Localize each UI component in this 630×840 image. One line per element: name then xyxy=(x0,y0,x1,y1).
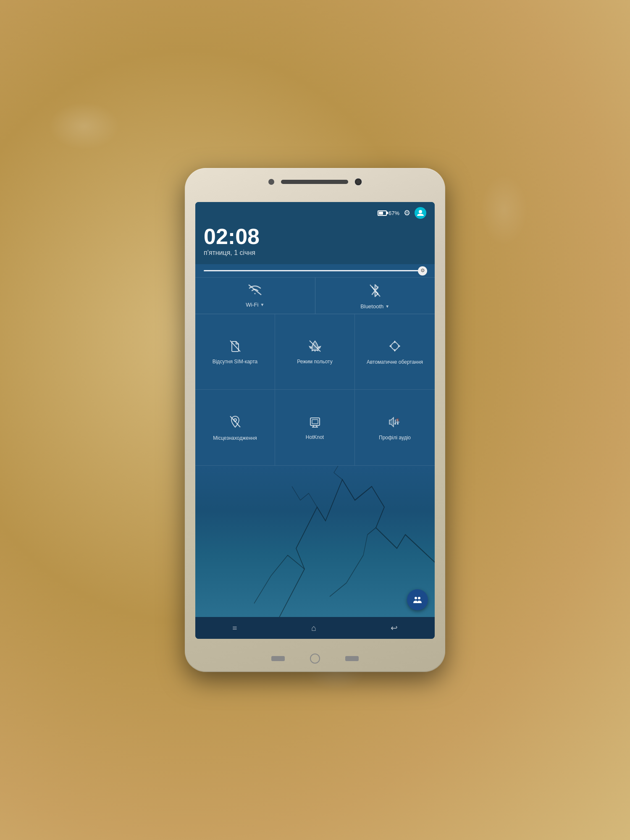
location-off-icon xyxy=(229,415,241,432)
clock-time: 02:08 xyxy=(204,226,426,247)
airplane-tile-label: Режим польоту xyxy=(297,359,333,365)
bluetooth-label: Bluetooth ▼ xyxy=(360,303,389,310)
phone-screen: 67% ⚙ 02:08 п'ятниця, 1 січня ⚙ xyxy=(195,202,435,639)
clock-area: 02:08 п'ятниця, 1 січня xyxy=(195,222,435,264)
wifi-toggle[interactable]: Wi-Fi ▼ xyxy=(195,278,315,314)
audio-tile-label: Профілі аудіо xyxy=(379,435,411,441)
hotknot-tile[interactable]: HotKnot xyxy=(275,390,355,465)
hotknot-icon xyxy=(309,416,321,431)
home-area xyxy=(195,466,435,617)
bluetooth-off-icon xyxy=(369,284,381,301)
bluetooth-toggle[interactable]: Bluetooth ▼ xyxy=(315,278,435,314)
wifi-label: Wi-Fi ▼ xyxy=(246,302,264,308)
rotate-tile-label: Автоматичне обертання xyxy=(367,359,423,366)
battery-fill xyxy=(379,212,383,215)
user-avatar[interactable] xyxy=(415,207,426,219)
phone-device: 67% ⚙ 02:08 п'ятниця, 1 січня ⚙ xyxy=(185,168,445,672)
status-bar: 67% ⚙ xyxy=(195,202,435,222)
crack-overlay xyxy=(195,466,435,617)
hotknot-tile-label: HotKnot xyxy=(306,434,324,441)
hw-button-right xyxy=(345,656,359,661)
sim-card-off-icon xyxy=(229,340,241,355)
auto-rotate-icon xyxy=(388,339,402,356)
clock-date: п'ятниця, 1 січня xyxy=(204,249,426,257)
svg-point-0 xyxy=(419,210,422,213)
battery-indicator: 67% xyxy=(378,210,399,216)
brightness-thumb[interactable]: ⚙ xyxy=(418,266,427,276)
toggle-row: Wi-Fi ▼ Bluetooth ▼ xyxy=(195,278,435,314)
sim-tile-label: Відсутня SIM-карта xyxy=(213,359,258,365)
battery-icon xyxy=(378,210,387,216)
airplane-mode-icon xyxy=(309,340,321,355)
bottom-nav: ≡ ⌂ ↩ xyxy=(195,617,435,639)
svg-text:🔇: 🔇 xyxy=(396,418,399,422)
brightness-slider[interactable]: ⚙ xyxy=(204,270,426,271)
sim-tile[interactable]: Відсутня SIM-карта xyxy=(195,314,275,390)
back-nav-button[interactable]: ↩ xyxy=(382,620,406,636)
menu-nav-button[interactable]: ≡ xyxy=(224,620,245,636)
svg-point-18 xyxy=(397,423,399,425)
fab-button[interactable] xyxy=(407,589,428,610)
svg-point-20 xyxy=(415,597,417,599)
quick-tiles-grid: Відсутня SIM-карта Режим польоту xyxy=(195,314,435,466)
front-camera xyxy=(355,178,362,185)
audio-tile[interactable]: 🔇 Профілі аудіо xyxy=(355,390,435,465)
airplane-tile[interactable]: Режим польоту xyxy=(275,314,355,390)
phone-top-bar xyxy=(189,176,441,188)
home-nav-button[interactable]: ⌂ xyxy=(303,620,325,636)
svg-rect-9 xyxy=(312,420,318,424)
speaker-grille xyxy=(281,180,348,184)
hw-button-left xyxy=(271,656,285,661)
bluetooth-dropdown-arrow: ▼ xyxy=(385,304,389,309)
location-tile-label: Місцезнаходження xyxy=(213,435,257,442)
phone-bottom-bar xyxy=(189,653,441,664)
wifi-off-icon xyxy=(247,284,262,299)
svg-point-16 xyxy=(394,423,396,425)
settings-icon[interactable]: ⚙ xyxy=(404,208,410,218)
wifi-dropdown-arrow: ▼ xyxy=(260,302,264,307)
rotate-tile[interactable]: Автоматичне обертання xyxy=(355,314,435,390)
brightness-row[interactable]: ⚙ xyxy=(195,264,435,278)
audio-profiles-icon: 🔇 xyxy=(388,416,402,431)
location-tile[interactable]: Місцезнаходження xyxy=(195,390,275,465)
svg-point-21 xyxy=(418,597,420,599)
quick-settings-panel: ⚙ Wi-Fi ▼ xyxy=(195,264,435,617)
speaker-dot xyxy=(268,179,274,185)
battery-percent: 67% xyxy=(388,210,399,216)
hw-button-center xyxy=(310,654,320,664)
